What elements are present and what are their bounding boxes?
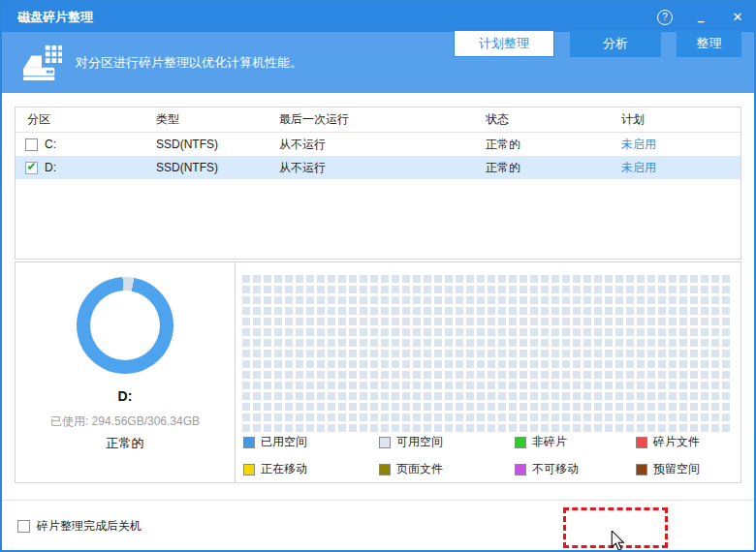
schedule-defrag-button[interactable]: 计划整理 [454, 30, 554, 57]
block-cell [647, 424, 655, 432]
block-cell [711, 286, 719, 293]
block-cell [562, 339, 570, 347]
schedule-value[interactable]: 未启用 [621, 137, 740, 153]
block-cell [594, 350, 602, 357]
block-cell [669, 403, 677, 411]
block-cell [615, 360, 623, 368]
block-cell [551, 424, 559, 432]
block-cell [509, 360, 517, 368]
last-run-value: 从不运行 [279, 137, 486, 153]
block-cell [488, 392, 495, 400]
block-cell [583, 339, 591, 347]
legend-label: 不可移动 [532, 461, 579, 477]
help-icon[interactable]: ? [657, 10, 673, 25]
block-cell [541, 318, 549, 325]
block-cell [690, 275, 698, 283]
shutdown-option[interactable]: 碎片整理完成后关机 [17, 518, 142, 535]
block-cell [605, 339, 613, 347]
block-cell [711, 318, 719, 325]
block-cell [402, 286, 410, 293]
block-cell [253, 403, 261, 411]
analyze-button[interactable]: 分析 [570, 30, 661, 57]
table-row-d[interactable]: D: SSD(NTFS) 从不运行 正常的 未启用 [16, 156, 740, 179]
block-cell [381, 424, 389, 432]
block-cell [551, 382, 559, 389]
block-cell [317, 275, 325, 283]
block-cell [498, 424, 506, 432]
block-cell [530, 296, 538, 304]
block-cell [466, 275, 474, 283]
close-icon[interactable]: ✕ [729, 10, 746, 24]
block-cell [328, 350, 335, 357]
block-cell [562, 382, 570, 389]
block-cell [562, 307, 570, 315]
table-row-c[interactable]: C: SSD(NTFS) 从不运行 正常的 未启用 [16, 133, 740, 156]
block-cell [541, 328, 549, 336]
block-cell [253, 371, 261, 379]
block-cell [466, 296, 474, 304]
minimize-icon[interactable]: – [692, 14, 709, 28]
schedule-value[interactable]: 未启用 [621, 160, 740, 176]
block-cell [626, 371, 634, 379]
block-cell [317, 360, 325, 368]
block-cell [583, 275, 591, 283]
block-cell [264, 296, 271, 304]
block-cell [615, 328, 623, 336]
block-cell [637, 403, 645, 411]
block-cell [605, 350, 613, 357]
row-c-checkbox[interactable] [25, 138, 38, 151]
block-cell [370, 318, 378, 325]
block-cell [264, 360, 271, 368]
block-cell [445, 403, 453, 411]
block-cell [573, 318, 581, 325]
block-cell [360, 360, 367, 368]
block-cell [306, 350, 314, 357]
block-cell [637, 360, 645, 368]
usage-pane: D: 已使用: 294.56GB/306.34GB 正常的 [16, 262, 236, 482]
block-cell [264, 339, 271, 347]
row-d-checkbox[interactable] [25, 162, 38, 174]
block-cell [434, 339, 442, 347]
shutdown-checkbox[interactable] [17, 520, 30, 533]
block-cell [338, 382, 346, 389]
block-cell [541, 371, 549, 379]
block-cell [551, 328, 559, 336]
block-cell [562, 403, 570, 411]
block-cell [541, 382, 549, 389]
block-cell [573, 360, 581, 368]
block-cell [573, 275, 581, 283]
block-cell [274, 350, 282, 357]
block-cell [349, 318, 357, 325]
block-cell [711, 403, 719, 411]
block-cell [338, 350, 346, 357]
block-cell [551, 318, 559, 325]
block-cell [445, 275, 453, 283]
block-cell [637, 392, 645, 400]
block-cell [594, 382, 602, 389]
block-cell [392, 403, 399, 411]
block-cell [498, 339, 506, 347]
block-cell [530, 275, 538, 283]
block-cell [573, 424, 581, 432]
block-cell [296, 382, 303, 389]
block-cell [583, 318, 591, 325]
block-cell [402, 414, 410, 421]
block-cell [253, 296, 261, 304]
block-cell [402, 403, 410, 411]
block-cell [349, 371, 357, 379]
block-cell [722, 350, 730, 357]
block-cell [520, 371, 527, 379]
block-cell [551, 403, 559, 411]
block-cell [264, 414, 271, 421]
block-cell [242, 371, 250, 379]
block-cell [594, 275, 602, 283]
block-cell [434, 328, 442, 336]
block-cell [658, 318, 666, 325]
block-cell [285, 296, 293, 304]
block-cell [466, 382, 474, 389]
block-cell [669, 318, 677, 325]
defrag-button[interactable]: 整理 [677, 30, 741, 57]
block-cell [615, 424, 623, 432]
block-cell [626, 307, 634, 315]
block-cell [413, 403, 421, 411]
